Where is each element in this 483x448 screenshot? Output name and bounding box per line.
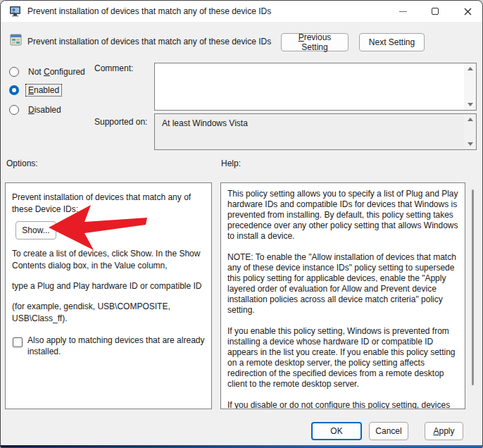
next-setting-button[interactable]: Next Setting: [359, 33, 425, 51]
help-paragraph: If you enable this policy setting, Windo…: [227, 326, 458, 390]
radio-enabled-label: Enabled: [25, 84, 62, 97]
ok-button[interactable]: OK: [311, 422, 362, 440]
minimize-button[interactable]: [387, 1, 419, 22]
minimize-icon: [399, 11, 407, 12]
help-scrollbar[interactable]: [472, 189, 474, 385]
maximize-button[interactable]: [419, 1, 451, 22]
previous-setting-button[interactable]: Previous Setting: [281, 33, 349, 51]
options-hint-1: To create a list of devices, click Show.…: [12, 248, 205, 272]
supported-scrollbar[interactable]: [464, 114, 476, 149]
radio-disabled[interactable]: Disabled: [9, 104, 64, 116]
group-policy-monitor-icon: [9, 6, 22, 20]
help-paragraph: This policy setting allows you to specif…: [227, 189, 458, 242]
options-panel: Prevent installation of devices that mat…: [5, 182, 212, 409]
policy-setting-icon: [10, 34, 22, 49]
cancel-button[interactable]: Cancel: [369, 422, 408, 440]
scroll-up-icon[interactable]: [464, 114, 476, 125]
options-instruction: Prevent installation of devices that mat…: [12, 192, 205, 216]
options-section-label: Options:: [6, 158, 38, 168]
help-paragraph: If you disable or do not configure this …: [227, 400, 458, 409]
comment-scrollbar[interactable]: [464, 63, 476, 110]
radio-not-configured[interactable]: Not Configured: [9, 66, 88, 78]
supported-on-box: At least Windows Vista: [154, 113, 477, 150]
apply-button[interactable]: Apply: [425, 422, 463, 440]
scroll-up-icon[interactable]: [464, 63, 476, 74]
title-bar[interactable]: Prevent installation of devices that mat…: [1, 1, 482, 22]
window-bottom-border: [1, 445, 482, 447]
close-icon: [464, 8, 472, 15]
options-hint-3: (for example, gendisk, USB\COMPOSITE, US…: [12, 301, 205, 325]
options-hint-2: type a Plug and Play hardware ID or comp…: [12, 280, 205, 292]
radio-disabled-label: Disabled: [25, 104, 64, 116]
maximize-icon: [432, 8, 439, 15]
show-button[interactable]: Show...: [15, 221, 56, 239]
also-apply-checkbox-label: Also apply to matching devices that are …: [27, 335, 205, 357]
scroll-down-icon[interactable]: [464, 139, 476, 149]
radio-not-configured-label: Not Configured: [25, 66, 88, 78]
comment-label: Comment:: [94, 63, 133, 73]
also-apply-checkbox[interactable]: [13, 337, 23, 347]
radio-enabled-circle[interactable]: [9, 85, 19, 95]
policy-name-label: Prevent installation of devices that mat…: [27, 37, 271, 46]
comment-input[interactable]: [154, 63, 477, 111]
radio-not-configured-circle[interactable]: [9, 67, 19, 77]
supported-on-label: Supported on:: [94, 117, 147, 127]
radio-enabled[interactable]: Enabled: [9, 84, 62, 97]
supported-on-value: At least Windows Vista: [162, 118, 248, 128]
help-paragraph: NOTE: To enable the "Allow installation …: [227, 252, 458, 316]
radio-disabled-circle[interactable]: [9, 105, 19, 115]
scroll-down-icon[interactable]: [464, 99, 476, 110]
help-panel: This policy setting allows you to specif…: [220, 182, 465, 409]
help-section-label: Help:: [221, 158, 241, 168]
close-button[interactable]: [451, 1, 483, 22]
window-title: Prevent installation of devices that mat…: [27, 1, 271, 22]
policy-setting-dialog: Prevent installation of devices that mat…: [0, 0, 483, 448]
also-apply-checkbox-row[interactable]: Also apply to matching devices that are …: [12, 335, 205, 357]
